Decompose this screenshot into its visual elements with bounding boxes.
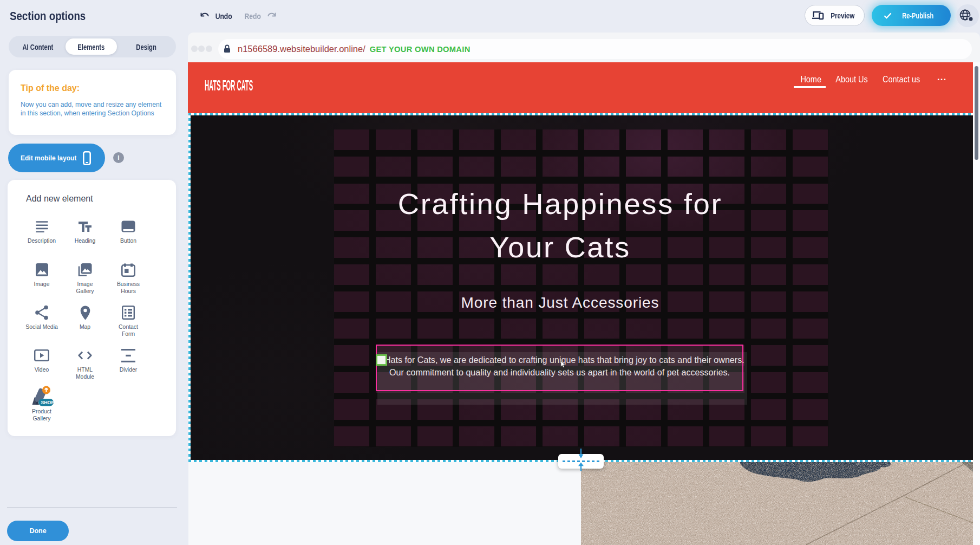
svg-text:SHOP: SHOP <box>41 400 54 405</box>
